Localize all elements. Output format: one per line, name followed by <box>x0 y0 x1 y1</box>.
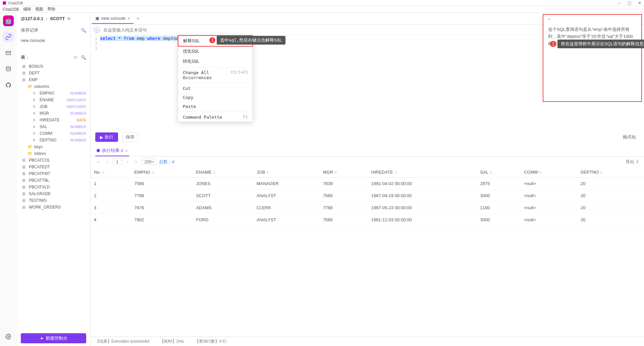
table-pbcatedt[interactable]: ⊞PBCATEDT <box>18 164 89 170</box>
page-input[interactable]: 1 <box>113 159 122 165</box>
column-sal[interactable]: ≡SALNUMBER <box>18 123 89 130</box>
table-cell[interactable]: 1100 <box>477 202 521 214</box>
table-cell[interactable]: 7788 <box>131 190 193 202</box>
panel-close-icon[interactable]: × <box>548 17 551 22</box>
tab-new-console[interactable]: ▣ new console × <box>92 14 133 24</box>
column-deptno[interactable]: ≡DEPTNONUMBER <box>18 137 89 143</box>
table-cell[interactable]: 20 <box>577 190 644 202</box>
sort-icon[interactable]: ⇅ <box>152 171 154 174</box>
sort-icon[interactable]: ⇅ <box>600 171 603 174</box>
menu-app[interactable]: Chat2DB <box>3 7 19 12</box>
menu-view[interactable]: 视图 <box>35 6 43 12</box>
col-header[interactable]: SAL⇅ <box>477 167 521 178</box>
table-bonus[interactable]: ⊞BONUS <box>18 63 89 70</box>
table-cell[interactable]: 20 <box>577 178 644 190</box>
col-header[interactable]: ENAME⇅ <box>193 167 253 178</box>
refresh-icon[interactable]: ⟳ <box>67 16 71 21</box>
table-row[interactable]: 47902FORDANALYST75661981-12-03 00:00:003… <box>91 214 644 226</box>
ai-icon[interactable]: ◎ <box>94 27 100 33</box>
col-header[interactable]: No.⇅ <box>91 167 131 178</box>
save-button[interactable]: 保存 <box>122 132 138 142</box>
refresh-tables-icon[interactable]: ⟳ <box>74 55 77 60</box>
table-cell[interactable]: 3000 <box>477 190 521 202</box>
column-hiredate[interactable]: ≡HIREDATEDATE <box>18 117 89 123</box>
menu-help[interactable]: 帮助 <box>47 6 55 12</box>
col-header[interactable]: COMM⇅ <box>521 167 577 178</box>
column-ename[interactable]: ≡ENAMEVARCHAR2 <box>18 97 89 103</box>
table-cell[interactable]: 4 <box>91 214 131 226</box>
minimize-icon[interactable]: ─ <box>618 1 621 5</box>
table-pbcatfmt[interactable]: ⊞PBCATFMT <box>18 170 89 177</box>
ctx-convert-sql[interactable]: 转化SQL <box>178 56 253 66</box>
table-cell[interactable]: 1981-12-03 00:00:00 <box>368 214 477 226</box>
table-cell[interactable]: 7902 <box>131 214 193 226</box>
sort-icon[interactable]: ⇅ <box>102 171 105 174</box>
format-button[interactable]: 格式化 <box>623 134 639 140</box>
col-header[interactable]: JOB⇅ <box>253 167 320 178</box>
database-icon[interactable] <box>3 64 14 74</box>
breadcrumb-schema[interactable]: SCOTT <box>50 16 65 21</box>
table-cell[interactable]: <null> <box>521 214 577 226</box>
folder-indexs[interactable]: 📁indexs <box>18 150 89 157</box>
table-cell[interactable]: JONES <box>193 178 253 190</box>
table-cell[interactable]: 20 <box>577 214 644 226</box>
table-cell[interactable]: 20 <box>577 202 644 214</box>
settings-icon[interactable] <box>3 331 14 342</box>
column-mgr[interactable]: ≡MGRNUMBER <box>18 110 89 117</box>
table-cell[interactable]: MANAGER <box>253 178 320 190</box>
add-tab-button[interactable]: + <box>133 16 142 22</box>
table-dept[interactable]: ⊞DEPT <box>18 70 89 76</box>
prev-page-button[interactable]: ‹ <box>104 159 110 164</box>
logo-icon[interactable]: 🤖 <box>3 15 14 26</box>
ctx-change-all[interactable]: Change All OccurrencesCtrl+F2 <box>178 68 253 82</box>
table-emp[interactable]: ⊞EMP <box>18 76 89 83</box>
table-testimg[interactable]: ⊞TESTIMG <box>18 197 89 204</box>
table-cell[interactable]: 2 <box>91 190 131 202</box>
breadcrumb-host[interactable]: @127.0.0.1 <box>21 16 43 21</box>
table-pbcatvld[interactable]: ⊞PBCATVLD <box>18 184 89 190</box>
sort-icon[interactable]: ⇅ <box>394 171 397 174</box>
table-cell[interactable]: 7566 <box>131 178 193 190</box>
console-item[interactable]: new console <box>17 36 90 45</box>
column-empno[interactable]: ≡EMPNONUMBER <box>18 90 89 97</box>
table-cell[interactable]: <null> <box>521 190 577 202</box>
sort-icon[interactable]: ⇅ <box>490 171 492 174</box>
connection-icon[interactable] <box>3 32 14 42</box>
table-pbcattbl[interactable]: ⊞PBCATTBL <box>18 177 89 184</box>
ctx-command-palette[interactable]: Command PaletteF1 <box>178 113 253 122</box>
col-header[interactable]: DEPTNO⇅ <box>577 167 644 178</box>
run-button[interactable]: ▶执行 <box>95 132 118 142</box>
table-cell[interactable]: 1981-04-02 00:00:00 <box>368 178 477 190</box>
table-cell[interactable]: ANALYST <box>253 214 320 226</box>
table-cell[interactable]: <null> <box>521 178 577 190</box>
new-console-button[interactable]: ✦ 新建控制台 <box>21 333 86 343</box>
first-page-button[interactable]: « <box>95 159 102 164</box>
mail-icon[interactable] <box>3 48 14 58</box>
col-header[interactable]: EMPNO⇅ <box>131 167 193 178</box>
tab-close-icon[interactable]: × <box>127 16 130 21</box>
table-row[interactable]: 27788SCOTTANALYST75661987-04-19 00:00:00… <box>91 190 644 202</box>
col-header[interactable]: MGR⇅ <box>320 167 368 178</box>
sort-icon[interactable]: ⇅ <box>266 171 269 174</box>
table-cell[interactable]: 2975 <box>477 178 521 190</box>
ctx-optimize-sql[interactable]: 优化SQL <box>178 46 253 56</box>
sort-icon[interactable]: ⇅ <box>334 171 337 174</box>
search-tables-icon[interactable]: 🔍 <box>81 55 86 60</box>
ctx-cut[interactable]: Cut <box>178 84 253 93</box>
export-button[interactable]: 导出⇩ <box>626 159 639 165</box>
table-cell[interactable]: 1 <box>91 178 131 190</box>
table-cell[interactable]: 3 <box>91 202 131 214</box>
table-cell[interactable]: SCOTT <box>193 190 253 202</box>
col-header[interactable]: HIREDATE⇅ <box>368 167 477 178</box>
table-cell[interactable]: 3000 <box>477 214 521 226</box>
result-tab-1[interactable]: 执行结果-1 × <box>95 146 129 156</box>
ctx-copy[interactable]: Copy <box>178 93 253 102</box>
github-icon[interactable] <box>3 80 14 91</box>
column-job[interactable]: ≡JOBVARCHAR2 <box>18 103 89 110</box>
tables-header[interactable]: 表 › ⟳ 🔍 <box>17 52 90 63</box>
close-icon[interactable]: ✕ <box>638 1 641 5</box>
table-cell[interactable]: CLERK <box>253 202 320 214</box>
table-cell[interactable]: 1987-04-19 00:00:00 <box>368 190 477 202</box>
table-row[interactable]: 37876ADAMSCLERK77881987-05-23 00:00:0011… <box>91 202 644 214</box>
table-cell[interactable]: ADAMS <box>193 202 253 214</box>
